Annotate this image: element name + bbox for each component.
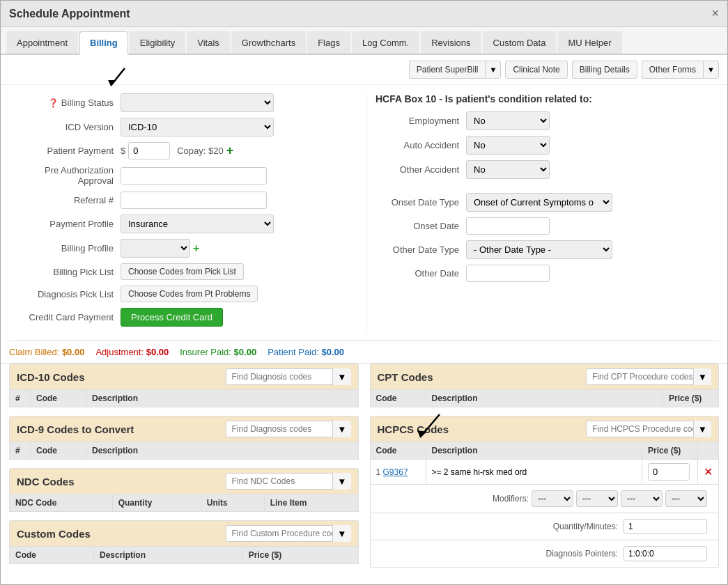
hcpcs-header-row: Code Description Price ($)	[370, 442, 719, 460]
billing-status-select[interactable]	[121, 93, 274, 112]
diagnosis-pick-list-button[interactable]: Choose Codes from Pt Problems	[121, 286, 258, 302]
patient-payment-label: Patient Payment	[9, 146, 121, 156]
cpt-find-dropdown[interactable]: ▼	[693, 368, 711, 385]
custom-find-wrapper: ▼	[226, 525, 351, 542]
modifier-select-1[interactable]: ---	[532, 490, 573, 507]
custom-col-price: Price ($)	[242, 547, 358, 564]
icd9-col-num: #	[10, 442, 31, 460]
icd9-panel: ICD-9 Codes to Convert ▼ # Code Descript…	[9, 416, 359, 460]
billing-pick-list-button[interactable]: Choose Codes from Pick List	[121, 263, 244, 280]
add-payment-button[interactable]: +	[226, 143, 234, 158]
ndc-col-code: NDC Code	[10, 494, 113, 512]
tab-revisions[interactable]: Revisions	[421, 31, 481, 54]
patient-payment-input[interactable]: 0	[128, 142, 170, 159]
hcpcs-find-wrapper: ▼	[586, 421, 711, 437]
other-date-type-select[interactable]: - Other Date Type -	[466, 240, 612, 259]
insurer-paid-label: Insurer Paid:	[180, 347, 231, 357]
employment-select[interactable]: No	[466, 111, 550, 130]
cpt-header-row: Code Description Price ($)	[370, 390, 719, 407]
hcpcs-diag-row: Diagnosis Pointers:	[370, 540, 719, 568]
hcpcs-row-1: 1 G9367 >= 2 same hi-rsk med ord ✕	[370, 460, 719, 485]
patient-superbill-dropdown[interactable]: ▼	[485, 61, 501, 79]
close-button[interactable]: ×	[711, 6, 719, 21]
onset-date-type-row: Onset Date Type Onset of Current Symptom…	[375, 193, 719, 212]
hcpcs-delete-button[interactable]: ✕	[704, 465, 713, 478]
icd10-col-code: Code	[31, 390, 86, 407]
other-date-row: Other Date	[375, 265, 719, 282]
action-toolbar: Patient SuperBill ▼ Clinical Note Billin…	[1, 55, 727, 85]
billing-details-button[interactable]: Billing Details	[572, 61, 637, 79]
referral-row: Referral #	[9, 192, 353, 209]
custom-col-code: Code	[10, 547, 94, 564]
custom-panel: Custom Codes ▼ Code Description Price ($…	[9, 520, 359, 564]
diag-group: Diagnosis Pointers:	[376, 543, 713, 564]
modifier-select-4[interactable]: ---	[665, 490, 707, 507]
help-icon: ❓	[48, 98, 59, 108]
other-forms-button[interactable]: Other Forms	[642, 61, 703, 79]
referral-label: Referral #	[9, 195, 121, 205]
billing-profile-add-button[interactable]: +	[193, 242, 199, 255]
hcpcs-price-input[interactable]	[648, 463, 690, 481]
hcpcs-find-dropdown[interactable]: ▼	[693, 421, 711, 437]
tab-growthcharts[interactable]: Growthcharts	[231, 31, 306, 54]
pre-auth-input[interactable]	[121, 167, 267, 185]
modifier-select-3[interactable]: ---	[621, 490, 663, 507]
ndc-col-qty: Quantity	[112, 494, 201, 512]
clinical-note-button[interactable]: Clinical Note	[505, 61, 567, 79]
hcpcs-col-price: Price ($)	[642, 442, 698, 460]
cpt-table: Code Description Price ($)	[370, 389, 720, 407]
tab-vitals[interactable]: Vitals	[187, 31, 230, 54]
hcpcs-panel: HCPCS Codes ▼ Code Description Price ($)	[370, 416, 720, 568]
icd10-find-dropdown[interactable]: ▼	[332, 368, 350, 385]
ndc-find-dropdown[interactable]: ▼	[332, 473, 350, 490]
icd9-find-wrapper: ▼	[226, 421, 351, 437]
diagnosis-pick-list-label: Diagnosis Pick List	[9, 289, 121, 299]
tab-eligibility[interactable]: Eligibility	[130, 31, 186, 54]
tab-mu-helper[interactable]: MU Helper	[557, 31, 621, 54]
hcpcs-col-delete	[698, 442, 719, 460]
qty-input[interactable]	[624, 519, 707, 534]
tab-custom-data[interactable]: Custom Data	[483, 31, 557, 54]
billing-left-form: ❓ Billing Status ICD Version ICD-10 Pati…	[9, 93, 353, 332]
modal-header: Schedule Appointment ×	[1, 1, 727, 27]
onset-date-type-select[interactable]: Onset of Current Symptoms o	[466, 193, 612, 212]
payment-profile-select[interactable]: Insurance	[121, 214, 274, 233]
custom-col-desc: Description	[94, 547, 243, 564]
hcpcs-qty-cell: Quantity/Minutes:	[370, 513, 719, 540]
icd9-find-dropdown[interactable]: ▼	[332, 421, 350, 437]
hcpcs-code-link[interactable]: G9367	[383, 467, 408, 477]
icd-version-select[interactable]: ICD-10	[121, 118, 274, 136]
cpt-find-wrapper: ▼	[586, 368, 711, 385]
icd10-panel: ICD-10 Codes ▼ # Code Description	[9, 364, 359, 407]
other-date-input[interactable]	[466, 265, 550, 282]
billing-profile-select[interactable]	[121, 239, 190, 258]
custom-find-dropdown[interactable]: ▼	[332, 525, 350, 542]
cpt-title: CPT Codes	[378, 371, 433, 383]
tab-billing[interactable]: Billing	[79, 31, 128, 55]
patient-superbill-button[interactable]: Patient SuperBill	[409, 61, 486, 79]
billing-pick-list-label: Billing Pick List	[9, 267, 121, 277]
other-accident-select[interactable]: No	[466, 160, 550, 179]
onset-date-input[interactable]	[466, 217, 550, 235]
cpt-col-code: Code	[370, 390, 426, 407]
tab-flags[interactable]: Flags	[307, 31, 350, 54]
icd10-table: # Code Description	[9, 389, 359, 407]
tab-log-comm[interactable]: Log Comm.	[352, 31, 419, 54]
other-accident-label: Other Accident	[375, 164, 466, 175]
custom-title: Custom Codes	[17, 528, 91, 540]
diag-input[interactable]	[624, 546, 707, 561]
process-credit-card-button[interactable]: Process Credit Card	[121, 308, 223, 327]
other-accident-row: Other Accident No	[375, 160, 719, 179]
claim-billed-value: $0.00	[62, 347, 85, 357]
payment-profile-row: Payment Profile Insurance	[9, 214, 353, 233]
modifier-select-2[interactable]: ---	[576, 490, 618, 507]
referral-input[interactable]	[121, 192, 267, 209]
auto-accident-select[interactable]: No	[466, 136, 550, 155]
tab-bar: Appointment Billing Eligibility Vitals G…	[1, 27, 727, 55]
tab-appointment[interactable]: Appointment	[6, 31, 78, 54]
icd9-col-desc: Description	[86, 442, 359, 460]
hcpcs-qty-row: Quantity/Minutes:	[370, 513, 719, 540]
codes-section: ICD-10 Codes ▼ # Code Description	[1, 364, 727, 584]
other-forms-dropdown[interactable]: ▼	[703, 61, 719, 79]
claim-billed-label: Claim Billed:	[9, 347, 59, 357]
